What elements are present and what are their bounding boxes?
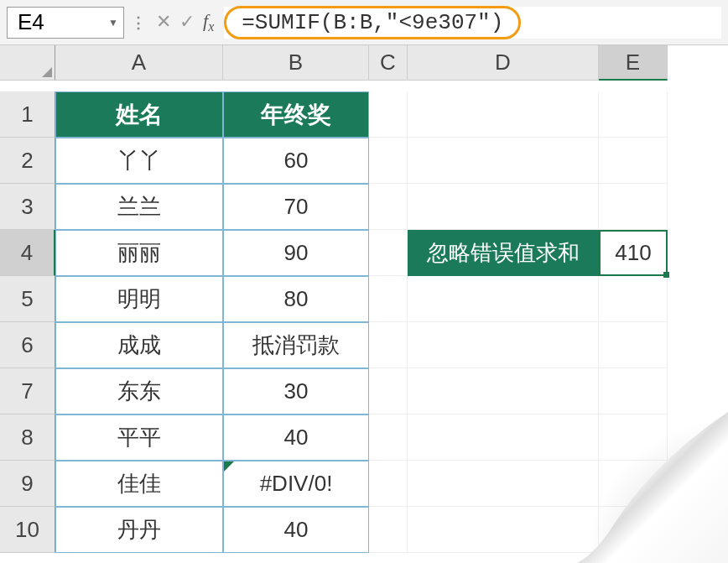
cell[interactable] xyxy=(369,414,408,461)
table-cell[interactable]: 丫丫 xyxy=(55,138,223,184)
cell[interactable] xyxy=(369,322,408,368)
table-cell[interactable]: 佳佳 xyxy=(55,461,223,507)
cell-reference: E4 xyxy=(18,9,44,35)
row-header[interactable]: 1 xyxy=(0,91,55,138)
cell[interactable] xyxy=(408,184,599,230)
cancel-icon[interactable]: ✕ xyxy=(156,11,171,33)
cell[interactable] xyxy=(369,507,408,553)
separator: ⋮ xyxy=(131,13,146,32)
row-header[interactable]: 2 xyxy=(0,138,55,184)
cell[interactable] xyxy=(408,138,599,184)
table-cell[interactable]: 70 xyxy=(223,184,369,230)
cell[interactable] xyxy=(369,276,408,322)
row-header[interactable]: 6 xyxy=(0,322,55,368)
cell[interactable] xyxy=(408,414,599,461)
formula-bar: E4 ▼ ⋮ ✕ ✓ fx =SUMIF(B:B,"<9e307") xyxy=(0,0,728,45)
table-cell[interactable]: 平平 xyxy=(55,414,223,461)
select-all-corner[interactable] xyxy=(0,45,55,81)
formula-icons: ✕ ✓ fx xyxy=(153,10,217,34)
cell[interactable] xyxy=(369,368,408,414)
table-cell[interactable]: 40 xyxy=(223,414,369,461)
cell[interactable] xyxy=(408,91,599,138)
formula-input[interactable]: =SUMIF(B:B,"<9e307") xyxy=(224,7,721,39)
result-label-cell[interactable]: 忽略错误值求和 xyxy=(408,230,599,276)
row-header[interactable]: 10 xyxy=(0,507,55,553)
row-header[interactable]: 5 xyxy=(0,276,55,322)
cell[interactable] xyxy=(599,91,668,138)
cell[interactable] xyxy=(408,507,599,553)
cell[interactable] xyxy=(369,461,408,507)
formula-text: =SUMIF(B:B,"<9e307") xyxy=(224,6,521,39)
cell[interactable] xyxy=(408,368,599,414)
cell[interactable] xyxy=(599,368,668,414)
table-cell[interactable]: 东东 xyxy=(55,368,223,414)
cell[interactable] xyxy=(599,322,668,368)
table-cell[interactable]: 80 xyxy=(223,276,369,322)
table-cell[interactable]: 成成 xyxy=(55,322,223,368)
col-header-d[interactable]: D xyxy=(408,45,599,81)
table-cell[interactable]: 抵消罚款 xyxy=(223,322,369,368)
col-header-b[interactable]: B xyxy=(223,45,369,81)
table-cell[interactable]: 丽丽 xyxy=(55,230,223,276)
table-cell[interactable]: 兰兰 xyxy=(55,184,223,230)
cell[interactable] xyxy=(599,414,668,461)
table-cell[interactable]: 40 xyxy=(223,507,369,553)
cell[interactable] xyxy=(408,322,599,368)
table-header-name[interactable]: 姓名 xyxy=(55,91,223,138)
cell[interactable] xyxy=(408,461,599,507)
col-header-e[interactable]: E xyxy=(599,45,668,81)
row-header[interactable]: 8 xyxy=(0,414,55,461)
table-cell[interactable]: 30 xyxy=(223,368,369,414)
enter-icon[interactable]: ✓ xyxy=(179,11,195,33)
table-header-bonus[interactable]: 年终奖 xyxy=(223,91,369,138)
cell[interactable] xyxy=(369,184,408,230)
col-header-a[interactable]: A xyxy=(55,45,223,81)
cell[interactable] xyxy=(408,276,599,322)
fx-icon[interactable]: fx xyxy=(203,10,214,34)
cell[interactable] xyxy=(599,461,668,507)
row-header[interactable]: 3 xyxy=(0,184,55,230)
row-header[interactable]: 4 xyxy=(0,230,55,276)
cell[interactable] xyxy=(369,138,408,184)
cell[interactable] xyxy=(599,276,668,322)
spreadsheet-grid[interactable]: A B C D E 1 姓名 年终奖 2 丫丫 60 3 兰兰 70 4 丽丽 … xyxy=(0,45,728,553)
cell[interactable] xyxy=(599,184,668,230)
table-cell[interactable]: 丹丹 xyxy=(55,507,223,553)
table-cell[interactable]: 60 xyxy=(223,138,369,184)
dropdown-icon[interactable]: ▼ xyxy=(108,17,118,29)
row-header[interactable]: 7 xyxy=(0,368,55,414)
cell[interactable] xyxy=(599,138,668,184)
table-cell[interactable]: 90 xyxy=(223,230,369,276)
row-header[interactable]: 9 xyxy=(0,461,55,507)
cell[interactable] xyxy=(599,507,668,553)
cell[interactable] xyxy=(369,230,408,276)
active-cell[interactable]: 410 xyxy=(599,230,668,276)
cell[interactable] xyxy=(369,91,408,138)
name-box[interactable]: E4 ▼ xyxy=(7,7,124,39)
table-cell[interactable]: 明明 xyxy=(55,276,223,322)
col-header-c[interactable]: C xyxy=(369,45,408,81)
table-cell-error[interactable]: #DIV/0! xyxy=(223,461,369,507)
